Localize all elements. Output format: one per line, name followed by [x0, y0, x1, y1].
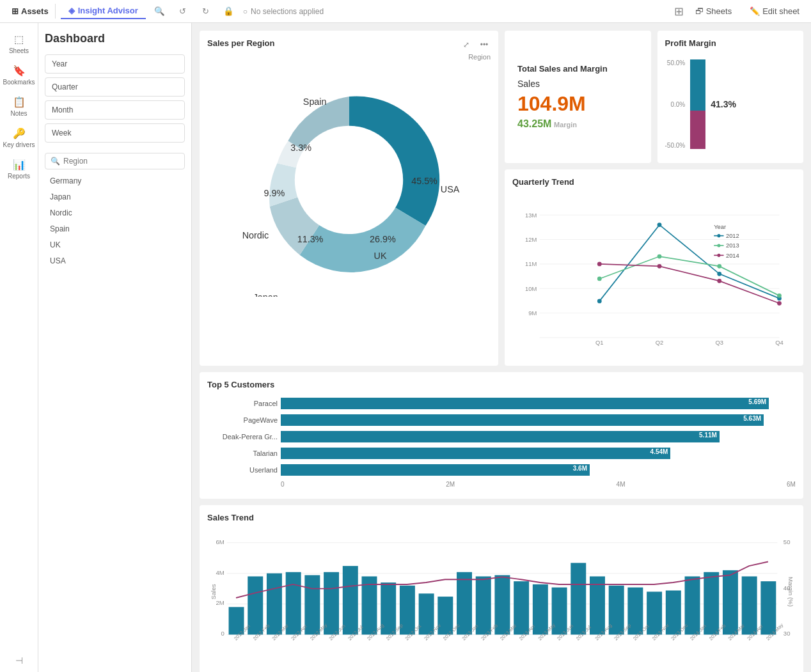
bar-row-pagewave: PageWave 5.63M — [207, 414, 796, 426]
svg-text:13M: 13M — [525, 212, 537, 219]
svg-point-34 — [597, 262, 602, 267]
svg-point-26 — [597, 299, 602, 303]
svg-text:26.9%: 26.9% — [370, 234, 396, 244]
bar-axis: 02M4M6M — [207, 481, 796, 488]
main-content: Sales per Region ⤢ ••• Region — [192, 23, 811, 672]
svg-text:11M: 11M — [525, 261, 537, 267]
total-sales-card: Total Sales and Margin Sales 104.9M 43.2… — [505, 31, 651, 163]
svg-text:Year: Year — [714, 224, 726, 230]
filter-week[interactable]: Week — [45, 123, 185, 143]
sheets-button[interactable]: 🗗 Sheets — [689, 4, 738, 19]
sidebar-item-notes[interactable]: 📋 Notes — [1, 92, 37, 121]
circle-icon: ○ — [243, 7, 248, 16]
svg-point-30 — [597, 277, 602, 281]
card-icons: ⤢ ••• — [459, 37, 492, 52]
sheets-icon: ⬚ — [14, 33, 24, 45]
insight-advisor-tab[interactable]: ◈ Insight Advisor — [61, 3, 146, 19]
svg-point-32 — [717, 264, 721, 269]
expand-icon[interactable]: ⤢ — [459, 37, 474, 52]
bar-label-pagewave: PageWave — [207, 416, 278, 424]
lock-icon-btn[interactable]: 🔒 — [220, 3, 238, 20]
svg-text:12M: 12M — [525, 237, 537, 243]
sales-value: 104.9M — [517, 92, 638, 116]
region-item-spain[interactable]: Spain — [45, 221, 185, 237]
edit-sheet-button[interactable]: ✏️ Edit sheet — [743, 4, 806, 19]
search-icon-btn[interactable]: 🔍 — [151, 3, 169, 20]
profit-margin-card: Profit Margin 50.0% 0.0% -50.0% — [657, 31, 804, 163]
grid-icon: ⊞ — [674, 4, 684, 19]
undo-icon-btn[interactable]: ↺ — [174, 3, 192, 20]
collapse-button[interactable]: ⊣ — [9, 649, 29, 672]
sales-trend-title: Sales Trend — [207, 513, 796, 522]
redo-icon-btn[interactable]: ↻ — [197, 3, 215, 20]
filter-quarter[interactable]: Quarter — [45, 77, 185, 97]
key-drivers-icon: 🔑 — [13, 127, 26, 139]
svg-text:Margin (%): Margin (%) — [787, 577, 794, 607]
svg-text:10M: 10M — [525, 286, 537, 292]
region-item-uk[interactable]: UK — [45, 237, 185, 253]
bar-row-talarian: Talarian 4.54M — [207, 448, 796, 459]
sales-margin: 43.25M Margin — [517, 118, 638, 130]
svg-text:Q4: Q4 — [775, 340, 783, 346]
sales-trend-card: Sales Trend 6M 4M 2M 0 50 40 30 — [200, 505, 803, 672]
total-sales-title: Total Sales and Margin — [517, 64, 638, 74]
assets-icon: ⊞ — [12, 6, 19, 16]
sidebar-item-key-drivers[interactable]: 🔑 Key drivers — [1, 123, 37, 152]
svg-text:Q2: Q2 — [656, 340, 664, 346]
svg-text:2012: 2012 — [726, 233, 739, 239]
quarterly-trend-card: Quarterly Trend 13M 12M — [505, 169, 803, 366]
filter-year[interactable]: Year — [45, 54, 185, 74]
quarterly-trend-chart: 13M 12M 11M 10M 9M Q1 Q2 Q3 Q4 — [512, 192, 796, 358]
margin-label: Margin — [554, 121, 577, 129]
sidebar-item-reports[interactable]: 📊 Reports — [1, 155, 37, 184]
region-item-germany[interactable]: Germany — [45, 173, 185, 189]
bar-label-talarian: Talarian — [207, 449, 278, 457]
region-item-japan[interactable]: Japan — [45, 189, 185, 205]
more-icon[interactable]: ••• — [476, 37, 492, 52]
svg-point-43 — [717, 244, 720, 247]
sidebar-item-sheets[interactable]: ⬚ Sheets — [1, 29, 37, 58]
filter-month[interactable]: Month — [45, 100, 185, 120]
svg-text:2013: 2013 — [726, 242, 739, 249]
svg-point-33 — [777, 293, 782, 298]
svg-text:2M: 2M — [216, 600, 224, 607]
bar-row-userland: Userland 3.6M — [207, 464, 796, 476]
region-legend-label: Region — [207, 53, 491, 61]
assets-label: Assets — [21, 6, 49, 16]
no-selections-label: ○ No selections applied — [243, 7, 324, 16]
svg-text:11.3%: 11.3% — [297, 234, 324, 244]
svg-point-31 — [657, 254, 662, 259]
svg-point-40 — [717, 234, 720, 237]
region-search-box[interactable]: 🔍 — [45, 153, 185, 169]
svg-rect-63 — [304, 575, 320, 635]
svg-text:2014: 2014 — [726, 253, 739, 259]
svg-text:USA: USA — [441, 184, 460, 194]
svg-text:Japan: Japan — [253, 292, 278, 296]
donut-chart: USA UK Japan Nordic Spain 45.5% 26.9% 11… — [207, 63, 491, 297]
assets-button[interactable]: ⊞ Assets — [5, 4, 56, 19]
region-section: 🔍 Germany Japan Nordic Spain UK USA — [45, 153, 185, 269]
bookmarks-icon: 🔖 — [13, 65, 26, 77]
bar-label-paracel: Paracel — [207, 400, 278, 407]
svg-text:0: 0 — [221, 630, 224, 637]
bar-track-paracel: 5.69M — [281, 398, 796, 409]
region-item-usa[interactable]: USA — [45, 253, 185, 269]
filter-panel: Dashboard Year Quarter Month Week 🔍 Germ… — [38, 23, 192, 672]
svg-text:50: 50 — [783, 538, 791, 545]
region-search-input[interactable] — [63, 157, 179, 166]
svg-point-37 — [777, 301, 782, 306]
dashboard-title: Dashboard — [45, 29, 185, 51]
insight-icon: ◈ — [68, 6, 75, 15]
insight-label: Insight Advisor — [78, 6, 138, 15]
left-sidebar: ⬚ Sheets 🔖 Bookmarks 📋 Notes 🔑 Key drive… — [0, 23, 38, 672]
sidebar-item-bookmarks[interactable]: 🔖 Bookmarks — [1, 61, 37, 90]
svg-rect-65 — [343, 566, 358, 634]
svg-text:6M: 6M — [216, 538, 224, 545]
pencil-icon: ✏️ — [750, 6, 760, 16]
sheets-icon: 🗗 — [695, 6, 704, 16]
region-item-nordic[interactable]: Nordic — [45, 205, 185, 221]
svg-text:Nordic: Nordic — [242, 230, 269, 240]
profit-title: Profit Margin — [665, 38, 796, 48]
sales-per-region-card: Sales per Region ⤢ ••• Region — [200, 31, 498, 366]
svg-point-28 — [717, 272, 721, 276]
